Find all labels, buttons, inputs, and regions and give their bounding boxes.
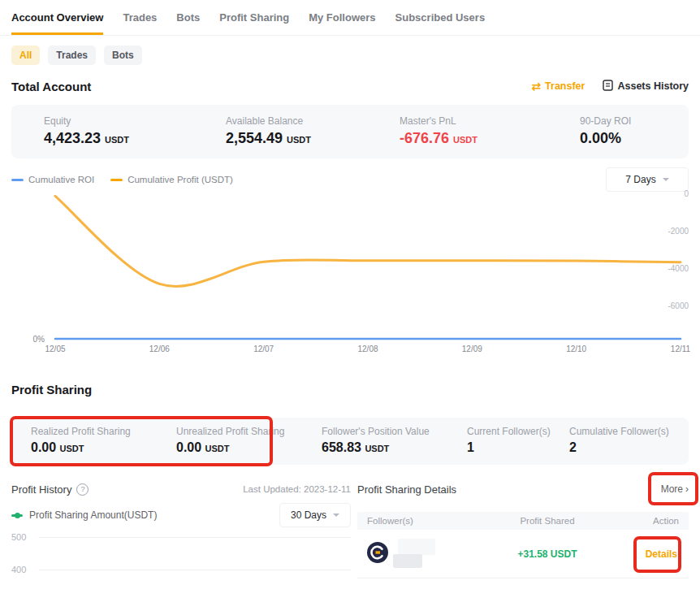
action-cell: Details — [616, 548, 689, 560]
legend-cumulative-profit[interactable]: Cumulative Profit (USDT) — [110, 175, 233, 184]
stat-available-balance-value: 2,554.49 USDT — [226, 130, 311, 147]
details-button[interactable]: Details — [646, 548, 677, 560]
table-row: +31.58 USDT Details — [357, 530, 689, 578]
profit-history-header: Profit History ? Last Updated: 2023-12-1… — [11, 481, 351, 497]
profit-sharing-stats-panel: Realized Profit Sharing 0.00 USDT Unreal… — [11, 418, 689, 465]
ytick-500: 500 — [11, 532, 32, 542]
help-icon[interactable]: ? — [76, 483, 89, 496]
legend-cumulative-roi-label: Cumulative ROI — [28, 175, 94, 184]
profit-sharing-details-header: Profit Sharing Details More › — [357, 481, 689, 497]
profit-history-title: Profit History — [11, 483, 71, 496]
stat-unrealized-profit-sharing: Unrealized Profit Sharing 0.00 USDT — [176, 426, 284, 455]
transfer-label: Transfer — [545, 80, 585, 92]
profit-sharing-details-panel: Profit Sharing Details More › Follower(s… — [357, 481, 689, 598]
more-link[interactable]: More › — [661, 483, 689, 495]
legend-profit-sharing-amount-label: Profit Sharing Amount(USDT) — [29, 509, 157, 521]
assets-history-label: Assets History — [617, 80, 689, 92]
stat-cumulative-followers-label: Cumulative Follower(s) — [569, 426, 669, 437]
profit-history-gridlines: 500 400 300 — [11, 526, 351, 598]
assets-history-link[interactable]: Assets History — [603, 80, 689, 93]
stat-masters-pnl-label: Master's PnL — [400, 115, 477, 127]
cumulative-profit-dash-icon — [110, 179, 123, 181]
stat-90day-roi-value: 0.00% — [580, 130, 631, 147]
stat-realized-label: Realized Profit Sharing — [31, 426, 131, 437]
stat-current-followers-label: Current Follower(s) — [467, 426, 551, 437]
last-updated-text: Last Updated: 2023-12-11 — [243, 484, 351, 494]
profit-shared-value: +31.58 USDT — [479, 548, 616, 560]
tab-trades[interactable]: Trades — [123, 11, 157, 35]
stat-realized-profit-sharing: Realized Profit Sharing 0.00 USDT — [31, 426, 131, 455]
filter-bots[interactable]: Bots — [104, 46, 142, 65]
svg-text:12/09: 12/09 — [462, 344, 482, 353]
stat-follower-position-value: Follower's Position Value 658.83 USDT — [322, 426, 430, 455]
account-overview-page: Account Overview Trades Bots Profit Shar… — [0, 0, 700, 598]
profit-history-panel: Profit History ? Last Updated: 2023-12-1… — [11, 481, 351, 598]
legend-cumulative-profit-label: Cumulative Profit (USDT) — [127, 175, 233, 184]
svg-text:12/06: 12/06 — [149, 344, 170, 353]
profit-sharing-title: Profit Sharing — [11, 383, 92, 396]
filter-pills: All Trades Bots — [11, 46, 689, 65]
filter-trades[interactable]: Trades — [48, 46, 96, 65]
tab-bots[interactable]: Bots — [176, 11, 200, 35]
stat-current-followers: Current Follower(s) 1 — [467, 426, 551, 455]
svg-text:12/08: 12/08 — [357, 344, 378, 353]
stat-90day-roi: 90-Day ROI 0.00% — [580, 115, 631, 147]
gridline-400: 400 — [11, 565, 351, 574]
profit-history-legend-row: Profit Sharing Amount(USDT) 30 Days — [11, 504, 351, 526]
filter-all[interactable]: All — [11, 46, 40, 65]
chevron-right-icon: › — [685, 483, 689, 495]
roi-chart-legends: Cumulative ROI Cumulative Profit (USDT) — [11, 175, 233, 184]
tab-subscribed-users[interactable]: Subscribed Users — [395, 11, 486, 35]
stat-position-label: Follower's Position Value — [322, 426, 430, 437]
svg-text:12/05: 12/05 — [45, 344, 65, 353]
details-table-header: Follower(s) Profit Shared Action — [357, 512, 689, 530]
roi-profit-chart: 0-2000-4000-60000%12/0512/0612/0712/0812… — [11, 184, 689, 357]
total-account-title: Total Account — [11, 80, 91, 93]
stat-equity-value: 4,423.23 USDT — [44, 130, 129, 147]
svg-text:12/07: 12/07 — [253, 344, 274, 353]
profit-history-title-wrap: Profit History ? — [11, 483, 89, 496]
stat-cumulative-followers-value: 2 — [569, 440, 669, 455]
transfer-link[interactable]: ⇄ Transfer — [531, 80, 585, 92]
total-account-header: Total Account ⇄ Transfer Assets History — [11, 78, 689, 94]
stat-equity-label: Equity — [44, 115, 129, 127]
period-select-30days[interactable]: 30 Days — [279, 503, 351, 527]
stat-equity: Equity 4,423.23 USDT — [44, 115, 129, 147]
svg-text:0: 0 — [684, 189, 689, 198]
period-7days-value: 7 Days — [625, 174, 655, 185]
chevron-down-icon — [663, 178, 669, 181]
chevron-down-icon — [333, 514, 339, 517]
stat-position-value: 658.83 USDT — [322, 440, 430, 455]
stat-unrealized-value: 0.00 USDT — [176, 440, 284, 455]
transfer-icon: ⇄ — [531, 81, 541, 91]
col-action: Action — [616, 516, 689, 526]
stat-masters-pnl: Master's PnL -676.76 USDT — [400, 115, 477, 147]
svg-text:12/11: 12/11 — [671, 344, 691, 353]
svg-text:-4000: -4000 — [668, 264, 689, 273]
green-line-marker-icon — [11, 514, 23, 517]
stat-90day-roi-label: 90-Day ROI — [580, 115, 631, 127]
gridline-500: 500 — [11, 532, 351, 542]
stat-cumulative-followers: Cumulative Follower(s) 2 — [569, 426, 669, 455]
profit-sharing-header: Profit Sharing — [11, 381, 689, 397]
period-select-7days[interactable]: 7 Days — [606, 167, 689, 192]
stat-realized-value: 0.00 USDT — [31, 440, 131, 455]
col-followers: Follower(s) — [357, 516, 479, 526]
assets-history-icon — [603, 80, 613, 93]
stat-masters-pnl-value: -676.76 USDT — [400, 130, 477, 147]
follower-cell — [357, 539, 479, 570]
legend-cumulative-roi[interactable]: Cumulative ROI — [11, 175, 94, 184]
tab-my-followers[interactable]: My Followers — [309, 11, 375, 35]
svg-text:-2000: -2000 — [668, 227, 689, 236]
total-account-actions: ⇄ Transfer Assets History — [531, 80, 689, 93]
tab-account-overview[interactable]: Account Overview — [11, 11, 103, 35]
details-label: Details — [646, 548, 677, 560]
total-account-stats-panel: Equity 4,423.23 USDT Available Balance 2… — [11, 105, 689, 158]
stat-current-followers-value: 1 — [467, 440, 551, 455]
svg-text:12/10: 12/10 — [566, 344, 586, 353]
legend-profit-sharing-amount[interactable]: Profit Sharing Amount(USDT) — [11, 509, 157, 521]
profit-sharing-details-title: Profit Sharing Details — [357, 483, 456, 496]
ytick-400: 400 — [11, 565, 32, 574]
tab-profit-sharing[interactable]: Profit Sharing — [219, 11, 289, 35]
svg-text:-6000: -6000 — [668, 301, 689, 310]
